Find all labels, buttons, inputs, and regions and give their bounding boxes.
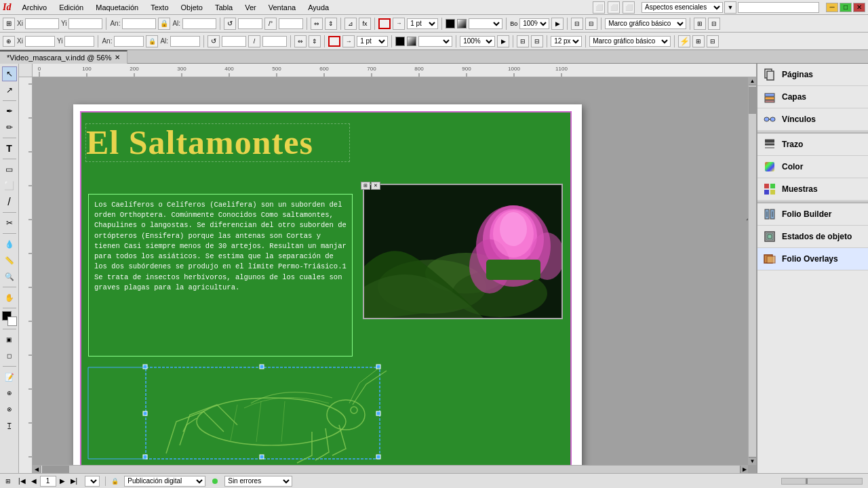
shear2-input[interactable] [262, 36, 287, 47]
link-wh[interactable]: 🔒 [146, 35, 158, 47]
panel-swatches[interactable]: Muestras [757, 178, 868, 201]
frame-tool[interactable] [2, 178, 17, 193]
panel-object-states[interactable]: Estados de objeto [757, 226, 868, 248]
stroke-weight-select[interactable]: 1 pt [407, 18, 438, 29]
measure-tool[interactable] [2, 253, 17, 268]
fill-end-btn[interactable]: → [342, 35, 355, 47]
preflight-icon[interactable]: 🔒 [111, 478, 119, 485]
panel-color[interactable]: Color [757, 156, 868, 178]
first-page-btn[interactable]: |◀ [16, 476, 28, 485]
view-mode-btn[interactable]: ▣ [2, 332, 17, 347]
preview-btn[interactable]: ◻ [2, 348, 17, 363]
line-tool[interactable] [2, 195, 17, 209]
color-select[interactable] [469, 18, 502, 29]
status-icon[interactable]: ⊞ [5, 478, 11, 485]
ref-point[interactable]: ⊕ [3, 36, 15, 47]
next-page-btn[interactable]: ▶ [58, 476, 67, 485]
pencil-tool[interactable] [2, 120, 17, 135]
align2-left[interactable]: ⊟ [517, 35, 529, 47]
zoom-slider[interactable] [781, 478, 863, 485]
opacity-select[interactable]: 100% [519, 18, 549, 29]
bitmap-btn2[interactable]: ⬜ [608, 1, 620, 14]
shear-btn[interactable]: /° [264, 18, 277, 30]
note-tool[interactable] [2, 369, 17, 384]
last-page-btn[interactable]: ▶| [68, 476, 80, 485]
color-swatches[interactable] [2, 311, 17, 326]
bitmap-btn3[interactable]: ⬜ [623, 1, 635, 14]
stroke2-weight-select[interactable]: 1 pt [357, 36, 388, 47]
panel-folio-overlays[interactable]: Folio Overlays [757, 248, 868, 270]
menu-tabla[interactable]: Tabla [210, 2, 238, 13]
align-left[interactable]: ⊟ [571, 18, 583, 30]
stroke2-swatch[interactable] [407, 37, 416, 46]
color2-select[interactable] [418, 36, 452, 47]
image-close-btn[interactable]: ✕ [371, 182, 380, 190]
stroke-color-swatch[interactable] [457, 19, 467, 28]
menu-edicion[interactable]: Edición [54, 2, 89, 13]
menu-archivo[interactable]: Archivo [16, 2, 52, 13]
arrange-btn1[interactable]: ⊞ [694, 18, 706, 30]
stroke-icon-btn[interactable] [378, 18, 391, 29]
restore-btn[interactable]: □ [840, 3, 852, 12]
panel-links[interactable]: Vínculos [757, 108, 868, 131]
rotate2-input[interactable] [222, 36, 246, 47]
extra-tool2[interactable]: ⊗ [2, 402, 17, 417]
extra-tool1[interactable]: ⊕ [2, 386, 17, 401]
zoom-expand2[interactable]: ▶ [497, 35, 509, 47]
effects-btn[interactable]: fx [359, 18, 371, 30]
shear-icon[interactable]: / [248, 35, 260, 47]
errors-select[interactable]: Sin errores [224, 476, 292, 487]
panel-layers[interactable]: Capas [757, 86, 868, 108]
tool-extra2[interactable]: ⊟ [707, 35, 719, 47]
page-select[interactable] [85, 476, 100, 487]
menu-objeto[interactable]: Objeto [176, 2, 208, 13]
panel-pages[interactable]: Páginas [757, 64, 868, 86]
width-input[interactable] [122, 18, 156, 29]
zoom-tool[interactable] [2, 269, 17, 284]
tool-extra1[interactable]: ⊞ [692, 35, 705, 47]
menu-texto[interactable]: Texto [145, 2, 174, 13]
rotation-input[interactable] [238, 18, 262, 29]
transform2-btn2[interactable]: ⇕ [309, 35, 321, 47]
lightning-btn[interactable]: ⚡ [678, 35, 690, 47]
image-tool-btn[interactable]: ⊞ [361, 182, 370, 190]
close-btn[interactable]: ✕ [853, 3, 865, 12]
prev-page-btn[interactable]: ◀ [29, 476, 39, 485]
tab-close-btn[interactable]: ✕ [115, 54, 120, 61]
x-input[interactable] [25, 18, 59, 29]
fill-icon-btn[interactable] [328, 36, 340, 47]
transform2-btn1[interactable]: ⇔ [294, 35, 307, 47]
x2-input[interactable] [25, 36, 55, 47]
shear-input[interactable] [279, 18, 303, 29]
rectangle-tool[interactable] [2, 162, 17, 177]
extra-tool3[interactable]: T̲ [2, 418, 17, 433]
zoom-select[interactable]: 100% [460, 36, 495, 47]
menu-ver[interactable]: Ver [239, 2, 262, 13]
hand-tool[interactable] [2, 290, 17, 305]
font-size-select[interactable]: 12 px [551, 36, 582, 47]
height-input[interactable] [182, 18, 216, 29]
frame-type2-select[interactable]: Marco gráfico básico [589, 36, 671, 47]
flip-h[interactable]: ⇔ [311, 18, 323, 30]
width2-input[interactable] [114, 36, 144, 47]
fill2-swatch[interactable] [395, 37, 405, 46]
scissors-tool[interactable] [2, 216, 17, 230]
direct-selection-tool[interactable] [2, 83, 17, 98]
align-right[interactable]: ⊟ [585, 18, 597, 30]
opacity-expand[interactable]: ▶ [551, 18, 564, 30]
constrain-proportions[interactable]: 🔒 [158, 18, 170, 30]
fill-color-swatch[interactable] [446, 19, 455, 28]
flip-v[interactable]: ⇕ [325, 18, 337, 30]
scrollbar-bottom[interactable]: ◀ ▶ [33, 465, 748, 473]
arrange-btn2[interactable]: ⊟ [708, 18, 720, 30]
height2-input[interactable] [170, 36, 200, 47]
panel-stroke[interactable]: Trazo [757, 134, 868, 156]
frame-type-select[interactable]: Marco gráfico básico [605, 18, 686, 29]
workspace-selector[interactable]: Aspectos esenciales [642, 2, 723, 13]
stroke-end-btn[interactable]: → [393, 18, 405, 30]
text-tool[interactable] [2, 141, 17, 156]
minimize-btn[interactable]: ─ [826, 3, 838, 12]
rotate-icon[interactable]: ↺ [208, 35, 220, 47]
menu-maquetacion[interactable]: Maquetación [90, 2, 144, 13]
menu-ayuda[interactable]: Ayuda [302, 2, 334, 13]
